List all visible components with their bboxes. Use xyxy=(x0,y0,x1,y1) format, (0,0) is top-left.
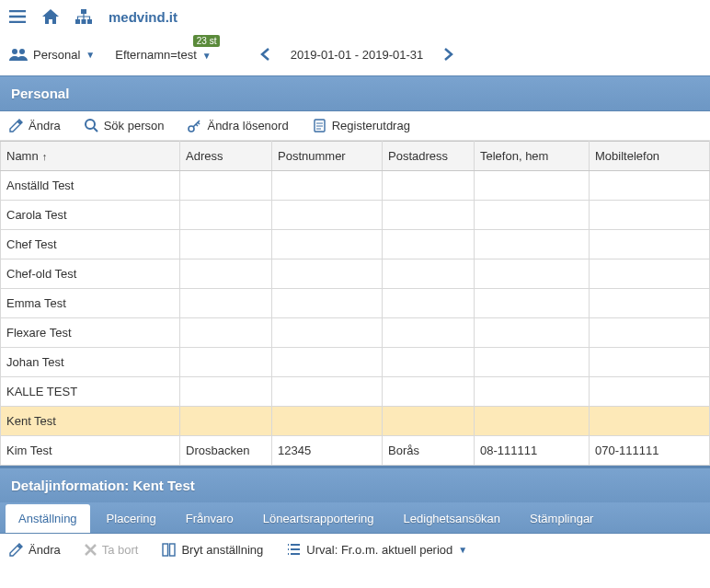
table-header-row: Namn↑ Adress Postnummer Postadress Telef… xyxy=(1,142,710,171)
cell-name: Anställd Test xyxy=(1,171,180,201)
cell-adress: Drosbacken xyxy=(180,436,272,466)
tab-placering[interactable]: Placering xyxy=(94,504,169,533)
cell-adress xyxy=(180,230,272,259)
filter-dropdown[interactable]: Efternamn=test 23 st ▼ xyxy=(115,48,211,62)
cell-name: Chef Test xyxy=(1,230,180,259)
cell-postadr: Borås xyxy=(383,436,475,466)
change-password-button[interactable]: Ändra lösenord xyxy=(188,119,288,133)
search-person-button[interactable]: Sök person xyxy=(85,119,165,133)
cell-adress xyxy=(180,348,272,377)
register-extract-label: Registerutdrag xyxy=(332,119,410,133)
table-row[interactable]: Carola Test xyxy=(1,201,710,230)
cell-postadr xyxy=(383,407,475,436)
table-row[interactable]: KALLE TEST xyxy=(1,377,710,407)
tab-stämplingar[interactable]: Stämplingar xyxy=(517,504,606,533)
person-table: Namn↑ Adress Postnummer Postadress Telef… xyxy=(0,141,710,466)
selection-label: Urval: Fr.o.m. aktuell period xyxy=(306,543,452,557)
cell-postnr xyxy=(272,171,383,201)
tab-frånvaro[interactable]: Frånvaro xyxy=(173,504,246,533)
cell-tel xyxy=(475,348,590,377)
cell-adress xyxy=(180,318,272,348)
cell-name: Chef-old Test xyxy=(1,259,180,289)
personal-dropdown[interactable]: Personal ▼ xyxy=(9,48,95,62)
register-extract-button[interactable]: Registerutdrag xyxy=(313,119,410,133)
detail-delete-button[interactable]: Ta bort xyxy=(85,543,139,557)
caret-down-icon: ▼ xyxy=(86,50,95,60)
edit-button[interactable]: Ändra xyxy=(9,119,61,133)
break-employment-button[interactable]: Bryt anställning xyxy=(162,543,263,557)
search-person-label: Sök person xyxy=(104,119,165,133)
cell-name: Johan Test xyxy=(1,348,180,377)
svg-point-4 xyxy=(12,49,17,54)
section-title: Personal xyxy=(11,86,69,101)
svg-point-5 xyxy=(19,49,25,54)
col-adress[interactable]: Adress xyxy=(180,142,272,171)
table-row[interactable]: Anställd Test xyxy=(1,171,710,201)
search-icon xyxy=(85,119,98,133)
change-password-label: Ändra lösenord xyxy=(207,119,288,133)
cell-adress xyxy=(180,377,272,407)
cell-postadr xyxy=(383,348,475,377)
columns-icon xyxy=(162,543,176,557)
key-icon xyxy=(188,119,201,133)
table-row[interactable]: Chef-old Test xyxy=(1,259,710,289)
detail-delete-label: Ta bort xyxy=(102,543,139,557)
cell-tel xyxy=(475,377,590,407)
sitemap-icon[interactable] xyxy=(75,8,92,25)
detail-title: Detaljinformation: Kent Test xyxy=(11,478,195,493)
date-nav: 2019-01-01 - 2019-01-31 xyxy=(259,48,455,62)
svg-rect-1 xyxy=(75,19,80,24)
table-row[interactable]: Flexare Test xyxy=(1,318,710,348)
col-mobil[interactable]: Mobiltelefon xyxy=(590,142,710,171)
menu-icon[interactable] xyxy=(9,8,26,25)
brand-title[interactable]: medvind.it xyxy=(109,9,178,25)
detail-edit-button[interactable]: Ändra xyxy=(9,543,61,557)
table-row[interactable]: Chef Test xyxy=(1,230,710,259)
edit-icon xyxy=(9,119,23,133)
cell-name: Carola Test xyxy=(1,201,180,230)
cell-postnr xyxy=(272,407,383,436)
edit-label: Ändra xyxy=(29,119,61,133)
cell-adress xyxy=(180,407,272,436)
cell-tel xyxy=(475,259,590,289)
list-icon xyxy=(287,543,301,557)
svg-point-6 xyxy=(86,120,95,129)
cell-postadr xyxy=(383,318,475,348)
home-icon[interactable] xyxy=(42,8,59,25)
selection-dropdown[interactable]: Urval: Fr.o.m. aktuell period ▼ xyxy=(287,543,467,557)
svg-rect-0 xyxy=(81,9,86,14)
table-row[interactable]: Kim TestDrosbacken12345Borås08-111111070… xyxy=(1,436,710,466)
col-telefon[interactable]: Telefon, hem xyxy=(475,142,590,171)
col-postadress[interactable]: Postadress xyxy=(383,142,475,171)
table-row[interactable]: Johan Test xyxy=(1,348,710,377)
prev-arrow-icon[interactable] xyxy=(259,48,272,61)
tab-ledighetsansökan[interactable]: Ledighetsansökan xyxy=(391,504,514,533)
col-postnummer[interactable]: Postnummer xyxy=(272,142,383,171)
tab-löneartsrapportering[interactable]: Löneartsrapportering xyxy=(250,504,387,533)
filter-label: Efternamn=test xyxy=(115,48,197,62)
cell-name: Flexare Test xyxy=(1,318,180,348)
svg-rect-9 xyxy=(163,544,168,556)
tab-anställning[interactable]: Anställning xyxy=(6,504,90,533)
date-range-label[interactable]: 2019-01-01 - 2019-01-31 xyxy=(291,48,424,62)
sort-asc-icon: ↑ xyxy=(42,151,48,162)
caret-down-icon: ▼ xyxy=(458,545,467,555)
cell-adress xyxy=(180,289,272,318)
cell-adress xyxy=(180,201,272,230)
cell-postnr xyxy=(272,230,383,259)
cell-tel xyxy=(475,171,590,201)
cell-postadr xyxy=(383,171,475,201)
cell-tel: 08-111111 xyxy=(475,436,590,466)
table-row[interactable]: Kent Test xyxy=(1,407,710,436)
col-name[interactable]: Namn↑ xyxy=(1,142,180,171)
cell-mobil xyxy=(590,318,710,348)
cell-name: Kent Test xyxy=(1,407,180,436)
table-row[interactable]: Emma Test xyxy=(1,289,710,318)
detail-header: Detaljinformation: Kent Test xyxy=(0,466,710,502)
next-arrow-icon[interactable] xyxy=(441,48,454,61)
cell-adress xyxy=(180,171,272,201)
cell-postadr xyxy=(383,259,475,289)
cell-postnr xyxy=(272,259,383,289)
cell-postnr: 12345 xyxy=(272,436,383,466)
cell-tel xyxy=(475,201,590,230)
